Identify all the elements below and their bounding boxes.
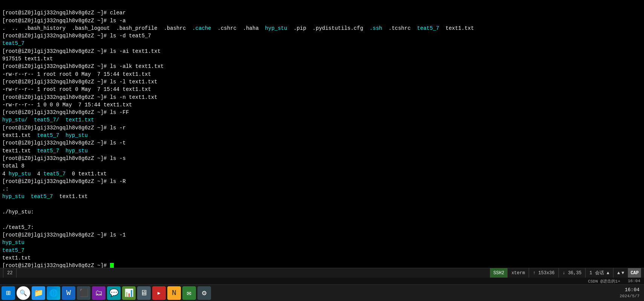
taskbar-icon-14[interactable]: ⚙ (197, 286, 211, 300)
session-count[interactable]: 1 会话 ▲ (585, 268, 613, 278)
taskbar-icon-3[interactable]: 📁 (32, 286, 45, 300)
edge-icon[interactable]: 🌐 (47, 286, 60, 300)
start-button[interactable]: ⊞ (2, 286, 15, 300)
taskbar-icon-12[interactable]: N (167, 286, 181, 300)
nav-up-icon[interactable]: ▲ (617, 270, 620, 276)
time-label: 16:04 (628, 279, 640, 283)
status-right-group: SSH2 xterm ↑ 153x36 ↓ 36,35 1 会话 ▲ ▲ ▼ C… (490, 268, 641, 278)
csdn-label: CSDN @进击的1+ (588, 278, 620, 284)
cursor-position: ↓ 36,35 (558, 268, 585, 278)
terminal-size: ↑ 153x36 (529, 268, 558, 278)
taskbar-icon-7[interactable]: 🗂 (92, 286, 106, 300)
taskbar-icon-11[interactable]: ▶ (152, 286, 166, 300)
terminal-window: [root@iZ0jlgij332ngqlh8v8g6zZ ~]# clear … (0, 0, 644, 268)
taskbar-icon-13[interactable]: ✉ (182, 286, 196, 300)
csdn-bar: CSDN @进击的1+ 16:04 (0, 278, 644, 284)
taskbar-icon-10[interactable]: 🖥 (137, 286, 151, 300)
taskbar-right-area: 16:04 2024/5/7 (620, 287, 642, 299)
ssh2-status: SSH2 (490, 268, 507, 278)
terminal-cursor (110, 263, 114, 268)
system-time: 16:04 2024/5/7 (620, 287, 639, 299)
taskbar-icon-5[interactable]: W (62, 286, 75, 300)
nav-buttons[interactable]: ▲ ▼ (613, 268, 628, 278)
taskbar-icon-8[interactable]: 💬 (107, 286, 121, 300)
line-1: [root@iZ0jlgij332ngqlh8v8g6zZ ~]# clear … (2, 10, 474, 268)
taskbar: ⊞ 🔍 📁 🌐 W ⬛ 🗂 💬 📊 🖥 ▶ N ✉ ⚙ 16:04 2024/5… (0, 284, 644, 301)
xterm-status: xterm (507, 268, 529, 278)
terminal-output: [root@iZ0jlgij332ngqlh8v8g6zZ ~]# clear … (2, 2, 642, 268)
status-bar: 22 SSH2 xterm ↑ 153x36 ↓ 36,35 1 会话 ▲ ▲ … (0, 268, 644, 278)
search-button[interactable]: 🔍 (17, 286, 30, 300)
cap-indicator: CAP (628, 268, 641, 278)
nav-down-icon[interactable]: ▼ (621, 270, 624, 276)
taskbar-icon-6[interactable]: ⬛ (77, 286, 90, 300)
taskbar-icon-9[interactable]: 📊 (122, 286, 136, 300)
status-line-number: 22 (3, 268, 17, 278)
